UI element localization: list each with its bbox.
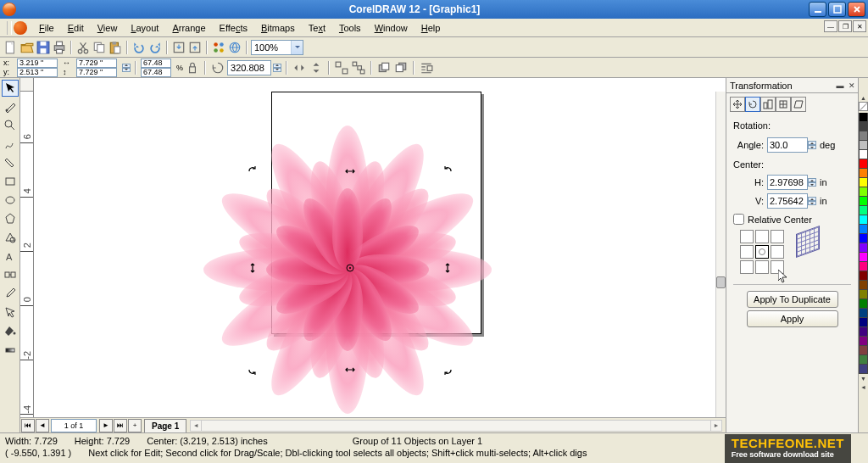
fill-tool[interactable] xyxy=(2,322,19,339)
center-v-spinner[interactable] xyxy=(808,197,816,205)
new-button[interactable] xyxy=(3,40,19,55)
wrap-text-button[interactable] xyxy=(419,60,434,75)
rotation-center[interactable] xyxy=(343,261,357,275)
palette-flyout-button[interactable]: ◄ xyxy=(859,382,868,391)
size-spinner[interactable] xyxy=(122,64,131,72)
import-button[interactable] xyxy=(171,40,186,55)
app-menu-icon[interactable] xyxy=(14,21,27,35)
swatch-21[interactable] xyxy=(859,309,868,318)
docker-tab-position[interactable] xyxy=(730,97,745,112)
swatch-13[interactable] xyxy=(859,234,868,243)
maximize-button[interactable] xyxy=(828,2,846,17)
skew-handle-bottom[interactable] xyxy=(343,363,357,377)
center-h-spinner[interactable] xyxy=(808,178,816,187)
swatch-3[interactable] xyxy=(859,141,868,150)
rectangle-tool[interactable] xyxy=(2,173,19,190)
swatch-14[interactable] xyxy=(859,243,868,253)
print-button[interactable] xyxy=(52,40,67,55)
blend-tool[interactable] xyxy=(2,266,19,283)
anchor-bl[interactable] xyxy=(740,260,754,274)
swatch-none[interactable] xyxy=(859,102,868,111)
docker-tab-skew[interactable] xyxy=(791,97,806,112)
page-add-button[interactable]: + xyxy=(128,419,142,432)
anchor-mr[interactable] xyxy=(771,245,784,259)
mirror-h-button[interactable] xyxy=(292,60,307,75)
docker-collapse-button[interactable]: ▬ xyxy=(834,80,846,92)
text-tool[interactable]: A xyxy=(2,248,19,265)
rotate-handle-tr[interactable] xyxy=(441,165,454,178)
palette-down-button[interactable]: ▼ xyxy=(859,374,868,382)
cut-button[interactable] xyxy=(75,40,91,55)
swatch-24[interactable] xyxy=(859,337,868,346)
skew-handle-right[interactable] xyxy=(441,261,454,275)
redo-button[interactable] xyxy=(147,40,163,55)
anchor-bc[interactable] xyxy=(755,260,769,274)
swatch-18[interactable] xyxy=(859,281,868,290)
apply-to-duplicate-button[interactable]: Apply To Duplicate xyxy=(747,291,838,308)
page-first-button[interactable]: ⏮ xyxy=(21,419,35,432)
page-last-button[interactable]: ⏭ xyxy=(114,419,127,432)
menu-edit[interactable]: Edit xyxy=(61,20,91,36)
relative-center-checkbox[interactable] xyxy=(733,214,744,225)
docker-close-button[interactable]: ✕ xyxy=(846,80,858,92)
anchor-grid[interactable] xyxy=(740,230,784,274)
swatch-1[interactable] xyxy=(859,122,868,131)
eyedropper-tool[interactable] xyxy=(2,285,19,302)
ruler-origin[interactable] xyxy=(20,78,34,92)
docker-tab-size[interactable] xyxy=(776,97,791,112)
menu-help[interactable]: Help xyxy=(415,20,448,36)
angle-input[interactable]: 30.0 xyxy=(767,137,808,153)
lock-aspect-button[interactable] xyxy=(185,60,200,75)
open-button[interactable] xyxy=(19,40,35,55)
menu-file[interactable]: File xyxy=(32,20,61,36)
polygon-tool[interactable] xyxy=(2,210,19,227)
page-next-button[interactable]: ► xyxy=(99,419,113,432)
page-indicator[interactable]: 1 of 1 xyxy=(51,419,97,432)
menu-view[interactable]: View xyxy=(91,20,125,36)
swatch-5[interactable] xyxy=(859,159,868,169)
scale-y-input[interactable]: 67.48 xyxy=(141,68,171,77)
corel-online-button[interactable] xyxy=(227,40,242,55)
swatch-26[interactable] xyxy=(859,355,868,365)
menu-arrange[interactable]: Arrange xyxy=(165,20,212,36)
swatch-9[interactable] xyxy=(859,197,868,206)
anchor-br[interactable] xyxy=(771,260,784,274)
scale-x-input[interactable]: 67.48 xyxy=(141,59,171,68)
rotate-handle-bl[interactable] xyxy=(246,363,259,377)
swatch-17[interactable] xyxy=(859,271,868,281)
export-button[interactable] xyxy=(187,40,203,55)
swatch-23[interactable] xyxy=(859,327,868,337)
swatch-0[interactable] xyxy=(859,113,868,122)
rotate-handle-br[interactable] xyxy=(441,363,454,377)
rotation-spinner[interactable] xyxy=(273,64,281,72)
swatch-12[interactable] xyxy=(859,225,868,234)
zoom-combo[interactable]: 100% xyxy=(251,40,303,55)
swatch-10[interactable] xyxy=(859,206,868,215)
to-front-button[interactable] xyxy=(376,60,392,75)
drawing-canvas[interactable] xyxy=(34,92,715,417)
swatch-6[interactable] xyxy=(859,169,868,178)
shape-tool[interactable] xyxy=(2,98,19,115)
anchor-tr[interactable] xyxy=(771,230,784,243)
app-launcher-button[interactable] xyxy=(211,40,226,55)
docker-tab-rotate[interactable] xyxy=(745,97,760,112)
smart-draw-tool[interactable] xyxy=(2,154,19,171)
swatch-19[interactable] xyxy=(859,290,868,299)
swatch-20[interactable] xyxy=(859,299,868,309)
save-button[interactable] xyxy=(36,40,51,55)
width-input[interactable]: 7.729 " xyxy=(76,59,117,68)
anchor-ml[interactable] xyxy=(740,245,754,259)
undo-button[interactable] xyxy=(131,40,147,55)
menu-tools[interactable]: Tools xyxy=(332,20,368,36)
menu-effects[interactable]: Effects xyxy=(213,20,254,36)
page-prev-button[interactable]: ◄ xyxy=(36,419,49,432)
ungroup-all-button[interactable] xyxy=(351,60,366,75)
swatch-22[interactable] xyxy=(859,318,868,327)
outline-tool[interactable] xyxy=(2,304,19,321)
copy-button[interactable] xyxy=(92,40,107,55)
ungroup-button[interactable] xyxy=(334,60,349,75)
ruler-vertical[interactable]: -4-20246 xyxy=(20,92,34,417)
minimize-button[interactable] xyxy=(809,2,826,17)
basic-shapes-tool[interactable] xyxy=(2,229,19,246)
page-tab-1[interactable]: Page 1 xyxy=(144,419,186,432)
